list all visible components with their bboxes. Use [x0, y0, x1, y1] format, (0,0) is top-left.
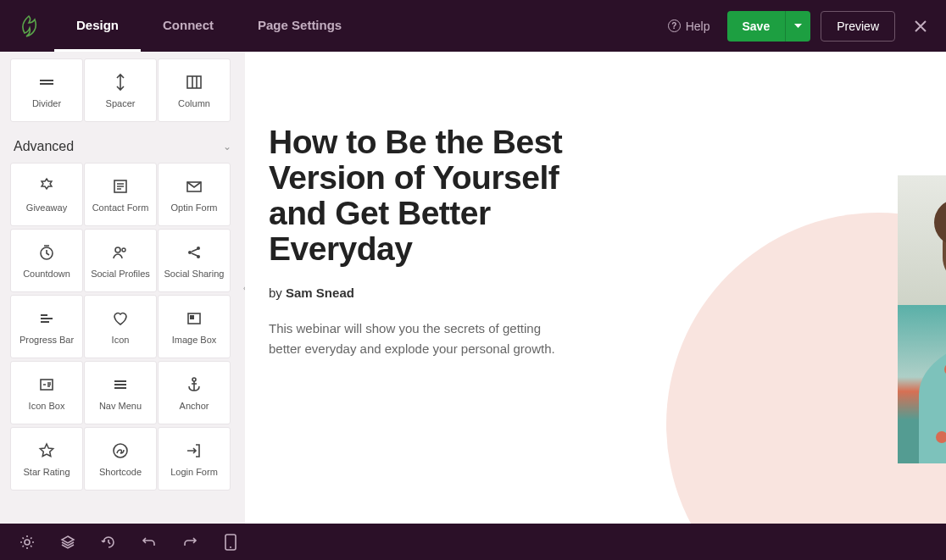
- svg-point-12: [192, 378, 196, 381]
- heart-icon: [111, 309, 130, 328]
- redo-button[interactable]: [170, 524, 210, 560]
- headline[interactable]: How to Be the Best Version of Yourself a…: [269, 125, 616, 267]
- sidebar: Divider Spacer Column Advanced ⌄ Give: [0, 52, 245, 524]
- optin-form-icon: [185, 177, 203, 196]
- block-label: Contact Form: [92, 202, 149, 213]
- close-button[interactable]: [905, 16, 936, 36]
- block-login-form[interactable]: Login Form: [158, 427, 231, 491]
- tab-connect[interactable]: Connect: [141, 0, 236, 52]
- canvas[interactable]: How to Be the Best Version of Yourself a…: [245, 52, 946, 524]
- mobile-icon: [225, 534, 236, 551]
- chevron-down-icon: ⌄: [223, 141, 231, 152]
- contact-form-icon: [111, 177, 130, 196]
- history-button[interactable]: [88, 524, 129, 560]
- description[interactable]: This webinar will show you the secrets o…: [269, 319, 565, 358]
- svg-point-5: [122, 248, 125, 252]
- block-label: Image Box: [172, 335, 217, 345]
- block-label: Divider: [32, 98, 61, 108]
- block-label: Optin Form: [170, 202, 217, 213]
- block-spacer[interactable]: Spacer: [84, 58, 157, 122]
- block-label: Column: [178, 98, 210, 108]
- block-label: Login Form: [170, 467, 218, 477]
- history-icon: [101, 535, 116, 550]
- login-icon: [185, 441, 203, 460]
- hero-image-placeholder: [898, 175, 946, 463]
- sidebar-collapse-handle[interactable]: ‹: [239, 270, 245, 306]
- undo-icon: [142, 535, 157, 550]
- preview-button[interactable]: Preview: [821, 11, 895, 42]
- social-profiles-icon: [111, 243, 130, 262]
- svg-rect-0: [187, 76, 201, 88]
- block-label: Nav Menu: [99, 401, 142, 411]
- svg-point-14: [25, 540, 30, 545]
- image-box-icon: [185, 309, 203, 328]
- redo-icon: [182, 535, 198, 550]
- block-label: Anchor: [180, 401, 209, 411]
- block-optin-form[interactable]: Optin Form: [158, 163, 231, 226]
- anchor-icon: [185, 375, 203, 394]
- block-image-box[interactable]: Image Box: [158, 295, 231, 358]
- block-icon-box[interactable]: Icon Box: [10, 361, 83, 424]
- block-giveaway[interactable]: Giveaway: [10, 163, 83, 226]
- close-icon: [914, 19, 927, 33]
- help-link[interactable]: ? Help: [668, 19, 710, 33]
- block-nav-menu[interactable]: Nav Menu: [84, 361, 157, 424]
- leaf-icon: [19, 14, 39, 38]
- block-star-rating[interactable]: Star Rating: [10, 427, 83, 491]
- tab-design[interactable]: Design: [54, 0, 141, 52]
- topbar: Design Connect Page Settings ? Help Save…: [0, 0, 946, 52]
- block-column[interactable]: Column: [158, 58, 231, 122]
- save-button[interactable]: Save: [727, 11, 786, 42]
- save-dropdown-button[interactable]: [785, 11, 810, 42]
- block-anchor[interactable]: Anchor: [158, 361, 231, 424]
- author-name: Sam Snead: [286, 286, 354, 300]
- hero-image[interactable]: [898, 175, 946, 463]
- svg-point-16: [230, 546, 231, 548]
- progress-bar-icon: [37, 309, 56, 328]
- block-shortcode[interactable]: Shortcode: [84, 427, 157, 491]
- shortcode-icon: [111, 441, 130, 460]
- help-icon: ?: [668, 19, 681, 32]
- block-countdown[interactable]: Countdown: [10, 229, 83, 292]
- block-label: Giveaway: [26, 202, 67, 213]
- block-label: Social Sharing: [164, 269, 225, 279]
- undo-button[interactable]: [129, 524, 170, 560]
- byline-prefix: by: [269, 286, 286, 300]
- star-icon: [37, 441, 56, 460]
- divider-icon: [37, 73, 56, 91]
- block-label: Star Rating: [23, 467, 70, 477]
- block-social-profiles[interactable]: Social Profiles: [84, 229, 157, 292]
- nav-menu-icon: [111, 375, 130, 394]
- block-contact-form[interactable]: Contact Form: [84, 163, 157, 226]
- header-tabs: Design Connect Page Settings: [54, 0, 364, 52]
- block-divider[interactable]: Divider: [10, 58, 83, 122]
- bottombar: [0, 524, 946, 560]
- block-label: Spacer: [106, 98, 136, 108]
- layers-button[interactable]: [47, 524, 88, 560]
- svg-point-13: [114, 444, 127, 457]
- caret-down-icon: [794, 24, 802, 29]
- section-label: Advanced: [14, 139, 74, 154]
- responsive-button[interactable]: [210, 524, 251, 560]
- block-social-sharing[interactable]: Social Sharing: [158, 229, 231, 292]
- icon-box-icon: [37, 375, 56, 394]
- gear-icon: [19, 535, 35, 550]
- svg-point-6: [188, 251, 192, 254]
- giveaway-icon: [37, 177, 56, 196]
- block-progress-bar[interactable]: Progress Bar: [10, 295, 83, 358]
- section-advanced-toggle[interactable]: Advanced ⌄: [10, 130, 235, 163]
- countdown-icon: [37, 243, 56, 262]
- block-label: Icon: [112, 335, 130, 345]
- svg-point-4: [115, 247, 120, 252]
- block-icon[interactable]: Icon: [84, 295, 157, 358]
- block-label: Countdown: [23, 269, 70, 279]
- app-logo[interactable]: [15, 13, 42, 40]
- block-label: Icon Box: [29, 401, 65, 411]
- tab-page-settings[interactable]: Page Settings: [236, 0, 364, 52]
- block-label: Shortcode: [99, 467, 142, 477]
- block-label: Progress Bar: [19, 335, 74, 345]
- settings-button[interactable]: [7, 524, 47, 560]
- byline[interactable]: by Sam Snead: [269, 286, 616, 300]
- column-icon: [185, 73, 203, 91]
- block-label: Social Profiles: [91, 269, 150, 279]
